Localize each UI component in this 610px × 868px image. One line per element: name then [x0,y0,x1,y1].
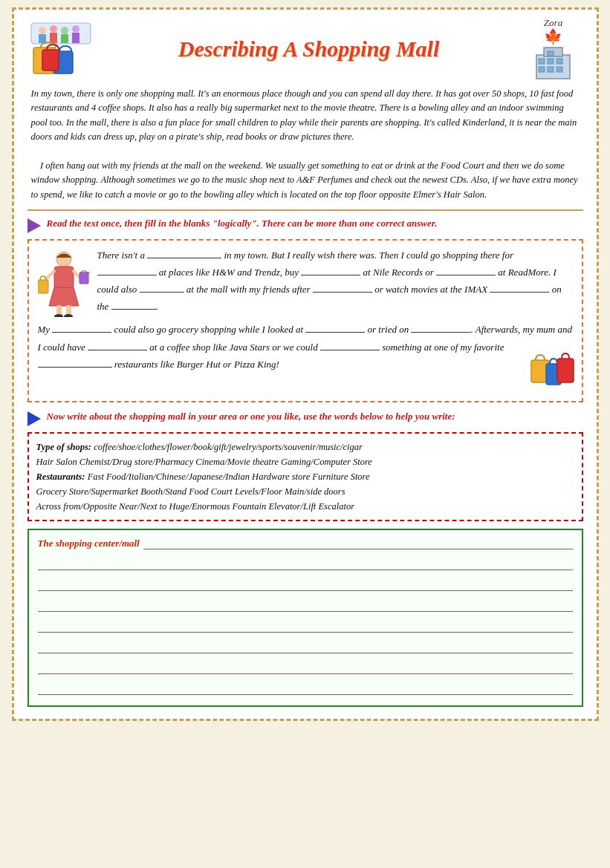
writing-first-underline[interactable] [143,538,573,549]
svg-rect-11 [42,50,59,71]
writing-line-7[interactable] [38,679,573,695]
blank-2[interactable] [97,264,157,275]
vocab-line4: Grocery Store/Supermarket Booth/Stand Fo… [36,486,345,497]
svg-rect-17 [539,67,545,72]
writing-line-5[interactable] [38,637,573,653]
main-paragraph-2: I often hang out with my friends at the … [31,160,578,200]
header-right: Zora 🍁 [524,17,583,81]
svg-point-3 [61,27,68,34]
arrow-blue-icon [27,411,41,426]
svg-rect-18 [548,67,554,72]
svg-rect-26 [56,305,62,316]
svg-rect-19 [557,67,562,72]
vocab-box: Type of shops: coffee/shoe/clothes/flowe… [27,432,583,521]
writing-line-3[interactable] [38,595,573,612]
svg-rect-7 [61,34,68,43]
svg-rect-14 [539,59,545,64]
type-of-shops-label: Type of shops: [36,442,92,452]
author-name: Zora [544,17,562,29]
svg-rect-34 [557,359,574,382]
writing-line-4[interactable] [38,616,573,633]
fill-paragraph-2: My could also go grocery shopping while … [38,321,573,373]
main-text-block: In my town, there is only one shopping m… [27,87,583,202]
fill-paragraph-1: There isn't a in my town. But I really w… [38,247,573,315]
deco-bags-icon [528,353,576,397]
writing-section: The shopping center/mall [27,529,583,707]
main-paragraph-1: In my town, there is only one shopping m… [31,88,577,142]
title-area: Describing A Shopping Mall [94,36,524,62]
blank-14[interactable] [38,356,112,368]
blank-9[interactable] [52,321,111,333]
blank-8[interactable] [111,298,156,310]
blank-11[interactable] [411,321,470,333]
restaurants-label: Restaurants: [36,471,85,482]
shopper-figure [38,250,90,320]
blank-12[interactable] [88,339,147,350]
blank-13[interactable] [320,339,380,350]
writing-line-6[interactable] [38,658,573,674]
vocab-line5: Across from/Opposite Near/Next to Huge/E… [36,501,355,512]
blank-10[interactable] [305,321,365,333]
maple-leaf-icon: 🍁 [544,29,562,44]
blank-3[interactable] [301,264,360,275]
type-of-shops: coffee/shoe/clothes/flower/book/gift/jew… [94,442,363,452]
svg-point-1 [39,27,46,34]
fill-section: There isn't a in my town. But I really w… [27,239,583,402]
instruction-1-text: Read the text once, then fill in the bla… [47,217,438,230]
page: Describing A Shopping Mall Zora 🍁 In my … [12,7,599,721]
page-title: Describing A Shopping Mall [94,36,524,62]
svg-rect-25 [38,280,48,293]
svg-rect-27 [66,305,71,316]
writing-first-line: The shopping center/mall [38,538,573,549]
svg-point-4 [72,25,80,33]
blank-5[interactable] [140,281,184,293]
svg-rect-16 [557,59,562,64]
svg-point-28 [54,314,63,317]
svg-rect-22 [54,267,74,289]
vocab-restaurants: Fast Food/Italian/Chinese/Japanese/India… [88,471,370,482]
blank-4[interactable] [436,264,496,275]
svg-rect-8 [72,33,80,43]
shopping-bags-illustration [27,22,94,77]
header: Describing A Shopping Mall Zora 🍁 [27,17,583,81]
instruction-1-row: Read the text once, then fill in the bla… [27,217,583,233]
blank-6[interactable] [313,281,372,293]
blank-1[interactable] [147,247,221,258]
instruction-2-text: Now write about the shopping mall in you… [47,410,455,423]
section-divider-1 [27,209,583,211]
writing-line-1[interactable] [38,554,573,570]
writing-section-title: The shopping center/mall [38,538,140,549]
svg-rect-31 [80,273,88,284]
svg-rect-20 [548,51,554,56]
svg-rect-6 [50,33,57,43]
svg-rect-5 [39,34,46,43]
writing-line-2[interactable] [38,575,573,591]
svg-point-29 [64,314,73,317]
svg-rect-15 [548,59,554,64]
arrow-purple-icon [27,218,41,233]
vocab-line2: Hair Salon Chemist/Drug store/Pharmacy C… [36,457,372,467]
blank-7[interactable] [490,281,549,293]
instruction-2-row: Now write about the shopping mall in you… [27,410,583,426]
svg-point-2 [50,25,57,33]
